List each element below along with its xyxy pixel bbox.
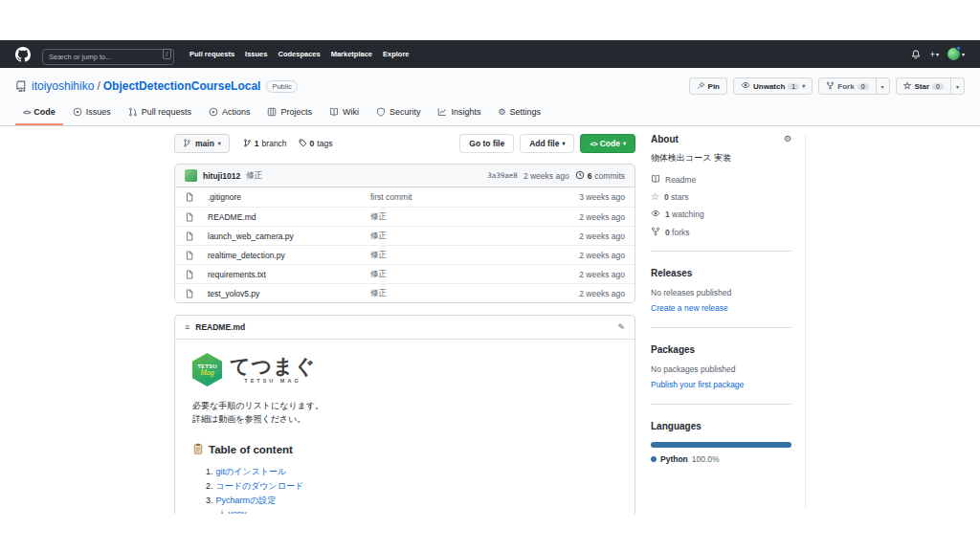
commit-hash-link[interactable]: 3a39ae8	[487, 171, 518, 180]
tab-projects[interactable]: Projects	[259, 101, 320, 125]
table-row[interactable]: README.md 修正 2 weeks ago	[175, 207, 635, 226]
main-content: main ▾ 1 branch 0 tags	[174, 134, 806, 514]
tetsumag-logotype: てつまぐ TETSU MAG	[230, 356, 316, 384]
language-row[interactable]: Python 100.0%	[651, 454, 791, 464]
header-right-controls: +▾ ▾	[910, 48, 965, 60]
file-link[interactable]: realtime_detection.py	[208, 251, 370, 260]
user-menu[interactable]: ▾	[947, 48, 965, 60]
commit-history-link[interactable]: 6 commits	[575, 170, 625, 182]
toolbar-buttons: Go to file Add file▾ <> Code ▾	[459, 134, 635, 153]
readme-link[interactable]: Readme	[651, 174, 791, 186]
search-input[interactable]	[42, 49, 174, 65]
file-link[interactable]: README.md	[208, 212, 370, 222]
toc-link[interactable]: コードのダウンロード	[216, 479, 304, 494]
commit-message-link[interactable]: 修正	[370, 211, 545, 223]
commit-message-link[interactable]: 修正	[370, 269, 545, 280]
file-link[interactable]: requirements.txt	[208, 270, 370, 279]
list-icon[interactable]: ≡	[185, 322, 189, 332]
table-row[interactable]: test_yolov5.py 修正 2 weeks ago	[175, 283, 635, 302]
tab-wiki[interactable]: Wiki	[322, 101, 367, 125]
repo-name-link[interactable]: ObjectDetectionCourseLocal	[103, 79, 261, 93]
file-date: 2 weeks ago	[545, 231, 625, 241]
toc-heading: Table of content	[192, 441, 617, 458]
toc-link[interactable]: Pycharmの設定	[216, 494, 277, 508]
readme-paragraph: 必要な手順のリストになります。 詳細は動画を参照ください。	[192, 400, 617, 427]
pin-button[interactable]: Pin	[689, 77, 727, 95]
file-date: 2 weeks ago	[545, 289, 625, 298]
tetsumag-hexagon-badge: TETSU Mag	[192, 353, 222, 386]
table-row[interactable]: realtime_detection.py 修正 2 weeks ago	[175, 245, 635, 264]
toc-item-nested: i. venv	[206, 507, 617, 514]
chevron-down-icon: ▾	[623, 141, 626, 146]
watching-link[interactable]: 1 watching	[651, 209, 791, 220]
star-button[interactable]: ☆ Star 0	[896, 77, 951, 95]
repo-owner-link[interactable]: itoiyoshihiko	[32, 79, 94, 93]
tab-settings[interactable]: ⚙ Settings	[490, 101, 548, 125]
commit-author-avatar[interactable]	[185, 169, 197, 182]
nav-marketplace[interactable]: Marketplace	[331, 50, 372, 58]
commit-message-link[interactable]: 修正	[370, 250, 545, 261]
table-row[interactable]: requirements.txt 修正 2 weeks ago	[175, 264, 635, 283]
code-download-button[interactable]: <> Code ▾	[580, 134, 635, 153]
branch-selector[interactable]: main ▾	[174, 134, 230, 153]
about-meta-list: Readme ☆ 0 stars 1 watching 0 forks	[651, 174, 791, 238]
star-dropdown[interactable]: ▾	[951, 77, 965, 95]
commit-message-link[interactable]: 修正	[246, 170, 262, 182]
tab-pull-requests[interactable]: Pull requests	[121, 101, 199, 125]
toc-item: 2. コードのダウンロード	[206, 479, 617, 494]
nav-issues[interactable]: Issues	[245, 50, 267, 58]
forks-link[interactable]: 0 forks	[651, 227, 791, 238]
unwatch-button[interactable]: Unwatch 1 ▾	[733, 77, 813, 95]
slash-key-hint: /	[163, 49, 171, 59]
commit-message-link[interactable]: 修正	[370, 288, 545, 299]
packages-section: Packages No packages published Publish y…	[651, 327, 791, 391]
nav-codespaces[interactable]: Codespaces	[278, 50, 320, 58]
commit-author-link[interactable]: hituji1012	[203, 171, 240, 181]
github-logo-icon[interactable]	[15, 47, 31, 62]
publish-package-link[interactable]: Publish your first package	[651, 380, 744, 389]
fork-icon	[651, 227, 660, 238]
branch-tag-counts: 1 branch 0 tags	[243, 139, 333, 149]
file-link[interactable]: .gitignore	[208, 192, 370, 202]
gear-icon[interactable]: ⚙	[784, 135, 791, 143]
file-link[interactable]: launch_web_camera.py	[208, 231, 370, 241]
branch-icon	[183, 139, 191, 149]
shield-icon	[376, 107, 386, 117]
nav-pull-requests[interactable]: Pull requests	[189, 50, 234, 58]
file-icon	[185, 270, 208, 279]
go-to-file-button[interactable]: Go to file	[459, 134, 514, 153]
tags-link[interactable]: 0 tags	[299, 139, 333, 149]
tab-issues[interactable]: Issues	[65, 101, 119, 125]
tab-security[interactable]: Security	[368, 101, 429, 125]
fork-button[interactable]: Fork 0	[818, 77, 876, 95]
chevron-down-icon: ▾	[962, 52, 965, 57]
edit-pencil-icon[interactable]: ✎	[617, 322, 625, 332]
graph-icon	[437, 107, 447, 117]
create-new-menu[interactable]: +▾	[930, 50, 939, 59]
toc-item: 3. Pycharmの設定	[206, 494, 617, 508]
file-table: .gitignore first commit 3 weeks ago READ…	[174, 187, 635, 303]
commit-message-link[interactable]: 修正	[370, 231, 545, 242]
book-icon	[651, 174, 660, 186]
fork-dropdown[interactable]: ▾	[877, 77, 890, 95]
toc-link[interactable]: venv	[229, 507, 247, 514]
stars-link[interactable]: ☆ 0 stars	[651, 192, 791, 202]
tab-insights[interactable]: Insights	[430, 101, 488, 125]
file-icon	[185, 251, 208, 260]
table-row[interactable]: .gitignore first commit 3 weeks ago	[175, 187, 635, 207]
commit-message-link[interactable]: first commit	[370, 192, 545, 202]
file-link[interactable]: test_yolov5.py	[208, 289, 370, 298]
languages-section: Languages Python 100.0%	[651, 404, 791, 464]
tab-code[interactable]: <> Code	[15, 101, 63, 125]
add-file-button[interactable]: Add file▾	[520, 134, 574, 153]
packages-title: Packages	[651, 344, 695, 355]
fork-split-button: Fork 0 ▾	[818, 77, 889, 95]
notifications-bell-icon[interactable]	[910, 49, 922, 60]
create-release-link[interactable]: Create a new release	[651, 303, 728, 313]
tab-actions[interactable]: Actions	[201, 101, 258, 125]
branches-link[interactable]: 1 branch	[243, 139, 287, 149]
repo-book-icon	[15, 80, 27, 92]
table-row[interactable]: launch_web_camera.py 修正 2 weeks ago	[175, 226, 635, 245]
toc-link[interactable]: gitのインストール	[216, 465, 287, 479]
nav-explore[interactable]: Explore	[383, 50, 410, 58]
